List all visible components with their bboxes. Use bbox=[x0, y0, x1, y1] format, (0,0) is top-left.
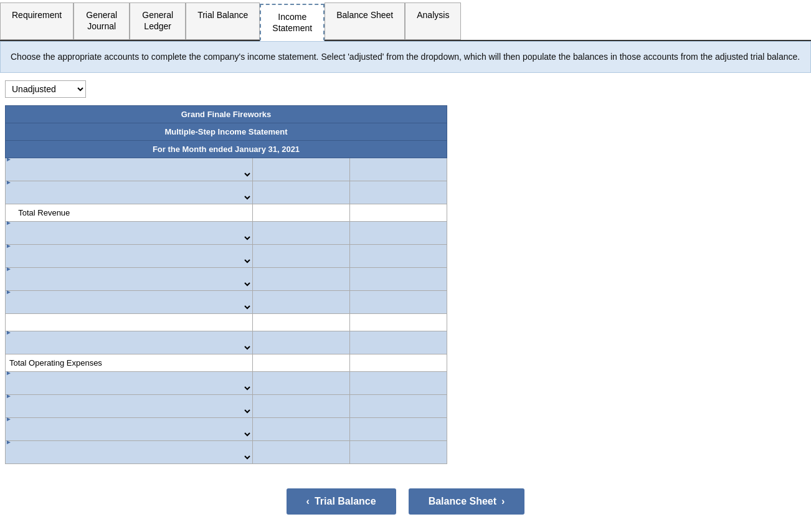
row-right-cell bbox=[350, 291, 447, 314]
account-dropdown[interactable] bbox=[6, 273, 252, 295]
total-revenue-mid bbox=[253, 204, 350, 222]
row-arrow-icon: ► bbox=[6, 179, 13, 186]
row-account-cell[interactable]: ► bbox=[6, 222, 253, 245]
row-mid-cell bbox=[253, 222, 350, 245]
row-right-cell bbox=[350, 441, 447, 464]
row-arrow-icon: ► bbox=[6, 265, 13, 272]
account-dropdown[interactable] bbox=[6, 296, 252, 318]
total-revenue-right bbox=[350, 204, 447, 222]
account-dropdown[interactable] bbox=[6, 227, 252, 249]
table-row: ► bbox=[6, 158, 447, 181]
row-mid-cell bbox=[253, 441, 350, 464]
table-row: ► bbox=[6, 331, 447, 354]
row-mid-cell bbox=[253, 291, 350, 314]
row-arrow-icon: ► bbox=[6, 329, 13, 336]
table-header-period: For the Month ended January 31, 2021 bbox=[6, 141, 447, 158]
company-name: Grand Finale Fireworks bbox=[6, 106, 447, 123]
row-arrow-icon: ► bbox=[6, 369, 13, 376]
row-account-cell[interactable]: ► bbox=[6, 158, 253, 181]
tab-balance-sheet[interactable]: Balance Sheet bbox=[325, 2, 405, 40]
row-right-cell bbox=[350, 268, 447, 291]
row-mid-cell bbox=[253, 314, 350, 331]
row-mid-cell bbox=[253, 181, 350, 204]
row-right-cell bbox=[350, 331, 447, 354]
account-dropdown[interactable] bbox=[6, 446, 252, 468]
row-right-cell bbox=[350, 418, 447, 441]
prev-button[interactable]: ‹ Trial Balance bbox=[287, 488, 396, 515]
prev-arrow-icon: ‹ bbox=[306, 496, 310, 507]
statement-period: For the Month ended January 31, 2021 bbox=[6, 141, 447, 158]
account-dropdown[interactable] bbox=[6, 250, 252, 272]
account-dropdown[interactable] bbox=[6, 400, 252, 422]
row-mid-cell bbox=[253, 372, 350, 395]
row-right-cell bbox=[350, 158, 447, 181]
tabs-container: Requirement GeneralJournal GeneralLedger… bbox=[0, 0, 811, 41]
row-mid-cell bbox=[253, 158, 350, 181]
tab-requirement[interactable]: Requirement bbox=[0, 2, 74, 40]
row-right-cell bbox=[350, 314, 447, 331]
row-right-cell bbox=[350, 395, 447, 418]
tab-trial-balance[interactable]: Trial Balance bbox=[186, 2, 260, 40]
next-arrow-icon: › bbox=[501, 496, 505, 507]
account-dropdown[interactable] bbox=[6, 423, 252, 445]
row-mid-cell bbox=[253, 418, 350, 441]
tab-general-ledger[interactable]: GeneralLedger bbox=[130, 2, 186, 40]
income-statement-table: Grand Finale Fireworks Multiple-Step Inc… bbox=[5, 105, 447, 464]
row-arrow-icon: ► bbox=[6, 156, 13, 163]
row-arrow-icon: ► bbox=[6, 392, 13, 399]
row-right-cell bbox=[350, 245, 447, 268]
total-operating-right bbox=[350, 354, 447, 372]
account-dropdown[interactable] bbox=[6, 186, 252, 209]
row-arrow-icon: ► bbox=[6, 416, 13, 422]
nav-buttons: ‹ Trial Balance Balance Sheet › bbox=[0, 476, 811, 532]
row-arrow-icon: ► bbox=[6, 242, 13, 249]
account-dropdown[interactable] bbox=[6, 377, 252, 399]
tab-income-statement[interactable]: IncomeStatement bbox=[260, 4, 325, 41]
income-statement-table-wrapper: Grand Finale Fireworks Multiple-Step Inc… bbox=[5, 105, 447, 464]
row-mid-cell bbox=[253, 395, 350, 418]
account-dropdown[interactable] bbox=[6, 336, 252, 359]
row-right-cell bbox=[350, 372, 447, 395]
row-account-cell[interactable]: ► bbox=[6, 331, 253, 354]
row-right-cell bbox=[350, 181, 447, 204]
row-arrow-icon: ► bbox=[6, 439, 13, 445]
row-mid-cell bbox=[253, 245, 350, 268]
table-header-statement: Multiple-Step Income Statement bbox=[6, 123, 447, 141]
table-row: ► bbox=[6, 222, 447, 245]
tab-analysis[interactable]: Analysis bbox=[405, 2, 461, 40]
total-operating-mid bbox=[253, 354, 350, 372]
statement-title: Multiple-Step Income Statement bbox=[6, 123, 447, 141]
table-row: ► bbox=[6, 372, 447, 395]
row-arrow-icon: ► bbox=[6, 288, 13, 295]
row-account-cell[interactable]: ► bbox=[6, 372, 253, 395]
table-header-company: Grand Finale Fireworks bbox=[6, 106, 447, 123]
row-arrow-icon: ► bbox=[6, 219, 13, 226]
adjustment-dropdown[interactable]: Unadjusted Adjusted bbox=[5, 80, 86, 98]
next-button[interactable]: Balance Sheet › bbox=[409, 488, 525, 515]
dropdown-container: Unadjusted Adjusted bbox=[0, 73, 811, 105]
row-right-cell bbox=[350, 222, 447, 245]
row-mid-cell bbox=[253, 331, 350, 354]
info-box: Choose the appropriate accounts to compl… bbox=[0, 41, 811, 73]
account-dropdown[interactable] bbox=[6, 163, 252, 186]
tab-general-journal[interactable]: GeneralJournal bbox=[74, 2, 130, 40]
row-mid-cell bbox=[253, 268, 350, 291]
